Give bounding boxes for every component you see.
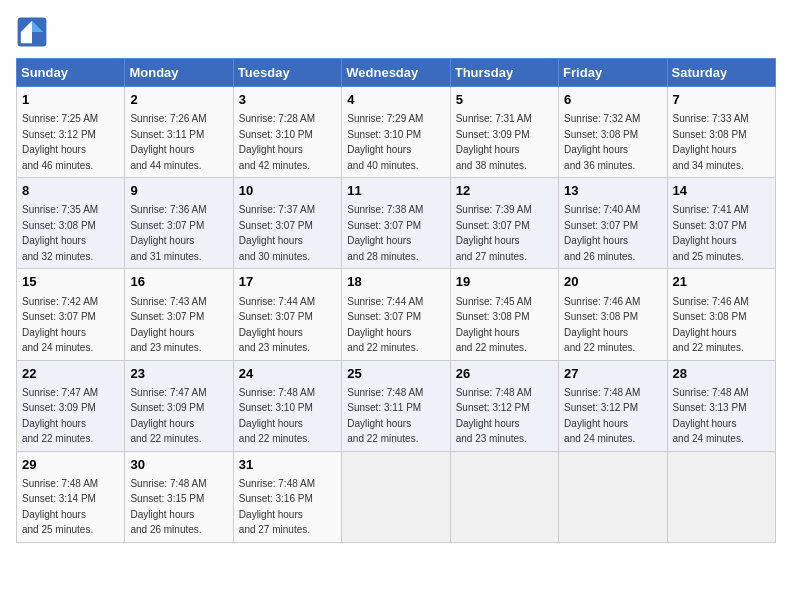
- day-info: Sunrise: 7:41 AMSunset: 3:07 PMDaylight …: [673, 204, 749, 262]
- calendar-cell: 5 Sunrise: 7:31 AMSunset: 3:09 PMDayligh…: [450, 87, 558, 178]
- calendar-cell: 2 Sunrise: 7:26 AMSunset: 3:11 PMDayligh…: [125, 87, 233, 178]
- day-number: 9: [130, 182, 227, 200]
- day-number: 11: [347, 182, 444, 200]
- calendar-cell: 31 Sunrise: 7:48 AMSunset: 3:16 PMDaylig…: [233, 451, 341, 542]
- calendar-cell: 4 Sunrise: 7:29 AMSunset: 3:10 PMDayligh…: [342, 87, 450, 178]
- day-number: 29: [22, 456, 119, 474]
- day-number: 28: [673, 365, 770, 383]
- day-info: Sunrise: 7:38 AMSunset: 3:07 PMDaylight …: [347, 204, 423, 262]
- calendar-week-5: 29 Sunrise: 7:48 AMSunset: 3:14 PMDaylig…: [17, 451, 776, 542]
- day-number: 20: [564, 273, 661, 291]
- calendar-cell: 17 Sunrise: 7:44 AMSunset: 3:07 PMDaylig…: [233, 269, 341, 360]
- calendar-cell: [667, 451, 775, 542]
- logo-icon: [16, 16, 48, 48]
- calendar-cell: [342, 451, 450, 542]
- calendar-cell: 12 Sunrise: 7:39 AMSunset: 3:07 PMDaylig…: [450, 178, 558, 269]
- day-info: Sunrise: 7:47 AMSunset: 3:09 PMDaylight …: [130, 387, 206, 445]
- calendar-cell: 19 Sunrise: 7:45 AMSunset: 3:08 PMDaylig…: [450, 269, 558, 360]
- calendar-week-2: 8 Sunrise: 7:35 AMSunset: 3:08 PMDayligh…: [17, 178, 776, 269]
- calendar-cell: 6 Sunrise: 7:32 AMSunset: 3:08 PMDayligh…: [559, 87, 667, 178]
- day-number: 31: [239, 456, 336, 474]
- calendar-cell: 13 Sunrise: 7:40 AMSunset: 3:07 PMDaylig…: [559, 178, 667, 269]
- calendar-cell: 20 Sunrise: 7:46 AMSunset: 3:08 PMDaylig…: [559, 269, 667, 360]
- day-info: Sunrise: 7:40 AMSunset: 3:07 PMDaylight …: [564, 204, 640, 262]
- day-number: 8: [22, 182, 119, 200]
- weekday-header-wednesday: Wednesday: [342, 59, 450, 87]
- calendar-cell: 9 Sunrise: 7:36 AMSunset: 3:07 PMDayligh…: [125, 178, 233, 269]
- day-info: Sunrise: 7:32 AMSunset: 3:08 PMDaylight …: [564, 113, 640, 171]
- weekday-header-tuesday: Tuesday: [233, 59, 341, 87]
- weekday-header-sunday: Sunday: [17, 59, 125, 87]
- calendar-cell: [450, 451, 558, 542]
- calendar-header-row: SundayMondayTuesdayWednesdayThursdayFrid…: [17, 59, 776, 87]
- calendar-cell: 11 Sunrise: 7:38 AMSunset: 3:07 PMDaylig…: [342, 178, 450, 269]
- calendar-cell: 10 Sunrise: 7:37 AMSunset: 3:07 PMDaylig…: [233, 178, 341, 269]
- day-info: Sunrise: 7:28 AMSunset: 3:10 PMDaylight …: [239, 113, 315, 171]
- logo: [16, 16, 52, 48]
- day-number: 26: [456, 365, 553, 383]
- weekday-header-saturday: Saturday: [667, 59, 775, 87]
- calendar-week-1: 1 Sunrise: 7:25 AMSunset: 3:12 PMDayligh…: [17, 87, 776, 178]
- day-number: 6: [564, 91, 661, 109]
- day-number: 14: [673, 182, 770, 200]
- calendar-cell: 7 Sunrise: 7:33 AMSunset: 3:08 PMDayligh…: [667, 87, 775, 178]
- calendar-cell: [559, 451, 667, 542]
- day-info: Sunrise: 7:46 AMSunset: 3:08 PMDaylight …: [673, 296, 749, 354]
- day-number: 7: [673, 91, 770, 109]
- day-info: Sunrise: 7:48 AMSunset: 3:11 PMDaylight …: [347, 387, 423, 445]
- day-number: 23: [130, 365, 227, 383]
- day-number: 27: [564, 365, 661, 383]
- day-info: Sunrise: 7:46 AMSunset: 3:08 PMDaylight …: [564, 296, 640, 354]
- weekday-header-thursday: Thursday: [450, 59, 558, 87]
- calendar-cell: 14 Sunrise: 7:41 AMSunset: 3:07 PMDaylig…: [667, 178, 775, 269]
- day-number: 19: [456, 273, 553, 291]
- weekday-header-friday: Friday: [559, 59, 667, 87]
- page-header: [16, 16, 776, 48]
- day-number: 2: [130, 91, 227, 109]
- day-number: 1: [22, 91, 119, 109]
- day-number: 5: [456, 91, 553, 109]
- day-info: Sunrise: 7:31 AMSunset: 3:09 PMDaylight …: [456, 113, 532, 171]
- day-info: Sunrise: 7:44 AMSunset: 3:07 PMDaylight …: [239, 296, 315, 354]
- day-info: Sunrise: 7:45 AMSunset: 3:08 PMDaylight …: [456, 296, 532, 354]
- day-info: Sunrise: 7:25 AMSunset: 3:12 PMDaylight …: [22, 113, 98, 171]
- calendar-cell: 1 Sunrise: 7:25 AMSunset: 3:12 PMDayligh…: [17, 87, 125, 178]
- calendar-week-3: 15 Sunrise: 7:42 AMSunset: 3:07 PMDaylig…: [17, 269, 776, 360]
- day-number: 21: [673, 273, 770, 291]
- day-number: 3: [239, 91, 336, 109]
- svg-marker-2: [32, 32, 43, 43]
- day-info: Sunrise: 7:48 AMSunset: 3:14 PMDaylight …: [22, 478, 98, 536]
- calendar-cell: 15 Sunrise: 7:42 AMSunset: 3:07 PMDaylig…: [17, 269, 125, 360]
- calendar-cell: 23 Sunrise: 7:47 AMSunset: 3:09 PMDaylig…: [125, 360, 233, 451]
- calendar-cell: 24 Sunrise: 7:48 AMSunset: 3:10 PMDaylig…: [233, 360, 341, 451]
- calendar-cell: 28 Sunrise: 7:48 AMSunset: 3:13 PMDaylig…: [667, 360, 775, 451]
- day-info: Sunrise: 7:48 AMSunset: 3:12 PMDaylight …: [456, 387, 532, 445]
- day-number: 17: [239, 273, 336, 291]
- day-number: 12: [456, 182, 553, 200]
- day-info: Sunrise: 7:36 AMSunset: 3:07 PMDaylight …: [130, 204, 206, 262]
- day-info: Sunrise: 7:44 AMSunset: 3:07 PMDaylight …: [347, 296, 423, 354]
- day-info: Sunrise: 7:48 AMSunset: 3:15 PMDaylight …: [130, 478, 206, 536]
- day-number: 24: [239, 365, 336, 383]
- day-info: Sunrise: 7:47 AMSunset: 3:09 PMDaylight …: [22, 387, 98, 445]
- day-info: Sunrise: 7:43 AMSunset: 3:07 PMDaylight …: [130, 296, 206, 354]
- calendar-week-4: 22 Sunrise: 7:47 AMSunset: 3:09 PMDaylig…: [17, 360, 776, 451]
- calendar-body: 1 Sunrise: 7:25 AMSunset: 3:12 PMDayligh…: [17, 87, 776, 543]
- day-number: 10: [239, 182, 336, 200]
- calendar-cell: 26 Sunrise: 7:48 AMSunset: 3:12 PMDaylig…: [450, 360, 558, 451]
- day-number: 13: [564, 182, 661, 200]
- day-number: 16: [130, 273, 227, 291]
- calendar-table: SundayMondayTuesdayWednesdayThursdayFrid…: [16, 58, 776, 543]
- day-info: Sunrise: 7:48 AMSunset: 3:13 PMDaylight …: [673, 387, 749, 445]
- calendar-cell: 3 Sunrise: 7:28 AMSunset: 3:10 PMDayligh…: [233, 87, 341, 178]
- day-info: Sunrise: 7:42 AMSunset: 3:07 PMDaylight …: [22, 296, 98, 354]
- day-number: 4: [347, 91, 444, 109]
- day-info: Sunrise: 7:33 AMSunset: 3:08 PMDaylight …: [673, 113, 749, 171]
- day-number: 15: [22, 273, 119, 291]
- day-info: Sunrise: 7:48 AMSunset: 3:12 PMDaylight …: [564, 387, 640, 445]
- calendar-cell: 25 Sunrise: 7:48 AMSunset: 3:11 PMDaylig…: [342, 360, 450, 451]
- calendar-cell: 27 Sunrise: 7:48 AMSunset: 3:12 PMDaylig…: [559, 360, 667, 451]
- calendar-cell: 18 Sunrise: 7:44 AMSunset: 3:07 PMDaylig…: [342, 269, 450, 360]
- day-info: Sunrise: 7:39 AMSunset: 3:07 PMDaylight …: [456, 204, 532, 262]
- day-number: 30: [130, 456, 227, 474]
